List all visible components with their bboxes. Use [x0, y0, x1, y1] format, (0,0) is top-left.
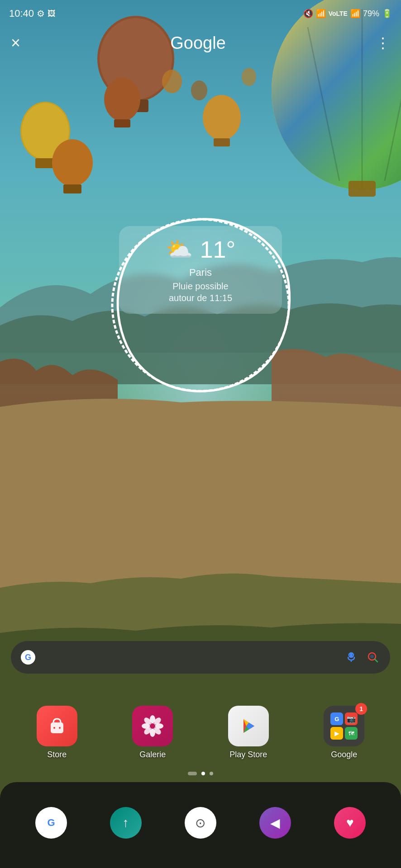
search-lens-button[interactable]	[365, 649, 381, 665]
store-icon[interactable]	[37, 706, 77, 746]
page-dot-lines	[188, 772, 197, 775]
page-dot-2	[210, 772, 213, 775]
svg-rect-10	[123, 99, 148, 112]
status-time: 10:40	[9, 8, 34, 19]
svg-point-18	[203, 95, 241, 140]
status-left: 10:40 ⚙ 🖼	[9, 8, 56, 19]
app-galerie[interactable]: Galerie	[123, 706, 182, 760]
lte-icon: VoLTE	[329, 10, 348, 17]
svg-point-22	[242, 68, 256, 86]
weather-icon: ⛅	[166, 237, 193, 262]
svg-point-34	[59, 727, 61, 729]
svg-rect-17	[114, 119, 130, 127]
svg-point-14	[52, 139, 93, 186]
dock-nav-pink[interactable]: ♥	[332, 807, 368, 839]
svg-rect-19	[214, 138, 230, 146]
dock-google[interactable]: G	[33, 807, 69, 839]
folder-badge: 1	[355, 703, 367, 715]
svg-point-11	[20, 102, 70, 160]
search-mic-button[interactable]	[343, 649, 359, 665]
bottom-dock: G ↑ ⊙ ◀ ♥	[0, 782, 401, 868]
wifi-icon: 📶	[316, 9, 326, 19]
google-g-icon: G	[20, 649, 36, 665]
dock-nav-purple[interactable]: ◀	[257, 807, 293, 839]
signal-icon: 📶	[350, 9, 360, 19]
dock-google-icon[interactable]: G	[35, 807, 67, 839]
dock-nav-purple-icon[interactable]: ◀	[259, 807, 291, 839]
svg-point-16	[104, 78, 140, 121]
battery-icon: 🔋	[382, 9, 392, 19]
svg-rect-15	[63, 184, 81, 193]
svg-point-12	[22, 103, 69, 159]
page-dot-1	[201, 772, 205, 775]
svg-text:G: G	[47, 817, 55, 828]
store-label: Store	[47, 750, 67, 760]
dock-nav-green-icon[interactable]: ↑	[110, 807, 142, 839]
weather-description: Pluie possible autour de 11:15	[134, 280, 267, 304]
svg-point-33	[53, 727, 55, 729]
svg-rect-7	[348, 181, 376, 197]
top-bar: × Google ⋮	[0, 27, 401, 59]
page-title: Google	[170, 33, 226, 53]
close-button[interactable]: ×	[11, 35, 20, 51]
weather-temperature: 11°	[200, 236, 236, 263]
svg-point-44	[150, 723, 155, 729]
app-google-folder[interactable]: G 📷 ▶ 🗺 1 Google	[315, 706, 373, 760]
dock-nav-pink-icon[interactable]: ♥	[334, 807, 366, 839]
galerie-label: Galerie	[139, 750, 166, 760]
weather-top: ⛅ 11°	[134, 236, 267, 263]
battery-text: 79%	[363, 9, 379, 19]
dock-nav-home-icon[interactable]: ⊙	[185, 807, 216, 839]
status-right: 🔇 📶 VoLTE 📶 79% 🔋	[303, 9, 392, 19]
screen: 10:40 ⚙ 🖼 🔇 📶 VoLTE 📶 79% 🔋 × Google ⋮ ⛅…	[0, 0, 401, 868]
playstore-icon[interactable]	[228, 706, 269, 746]
svg-point-21	[191, 80, 207, 100]
weather-city: Paris	[134, 267, 267, 278]
menu-button[interactable]: ⋮	[376, 34, 390, 52]
svg-point-31	[370, 655, 374, 658]
weather-widget[interactable]: ⛅ 11° Paris Pluie possible autour de 11:…	[119, 226, 282, 314]
google-folder-label: Google	[331, 750, 357, 760]
search-bar[interactable]: G	[11, 641, 390, 674]
svg-point-20	[162, 70, 182, 93]
svg-text:G: G	[25, 653, 31, 662]
settings-icon: ⚙	[37, 8, 45, 19]
google-folder-icon[interactable]: G 📷 ▶ 🗺 1	[324, 706, 364, 746]
svg-rect-32	[51, 722, 63, 733]
app-playstore[interactable]: Play Store	[219, 706, 278, 760]
svg-rect-27	[350, 653, 353, 657]
image-icon: 🖼	[48, 9, 56, 19]
mute-icon: 🔇	[303, 9, 313, 19]
app-store[interactable]: Store	[28, 706, 86, 760]
svg-line-30	[375, 659, 377, 662]
apps-row: Store Galerie	[0, 706, 401, 760]
galerie-icon[interactable]	[132, 706, 173, 746]
svg-rect-13	[35, 158, 55, 168]
dock-nav-green[interactable]: ↑	[108, 807, 144, 839]
page-dots	[0, 772, 401, 775]
playstore-label: Play Store	[229, 750, 267, 760]
dock-nav-home[interactable]: ⊙	[182, 807, 219, 839]
status-bar: 10:40 ⚙ 🖼 🔇 📶 VoLTE 📶 79% 🔋	[0, 0, 401, 27]
